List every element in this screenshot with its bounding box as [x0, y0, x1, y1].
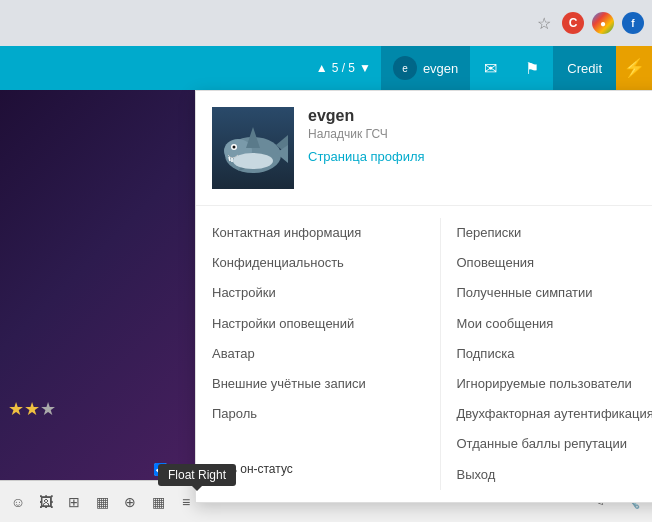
svg-point-6 — [233, 146, 236, 149]
user-profile-button[interactable]: e evgen — [381, 46, 470, 90]
navigation-bar: ▲ 5 / 5 ▼ e evgen ✉ ⚑ Credit ⚡ — [0, 46, 652, 90]
dropdown-role: Наладчик ГСЧ — [308, 127, 652, 141]
menu-item-ignored-users[interactable]: Игнорируемые пользователи — [457, 369, 653, 399]
lightning-icon: ⚡ — [623, 57, 645, 79]
image-icon[interactable]: 🖼 — [34, 490, 58, 514]
svg-text:e: e — [402, 63, 408, 74]
user-dropdown-menu: evgen Наладчик ГСЧ Страница профиля Конт… — [195, 90, 652, 503]
star-empty: ★ — [40, 399, 56, 419]
menu-item-notifications[interactable]: Оповещения — [457, 248, 653, 278]
dropdown-username: evgen — [308, 107, 652, 125]
mail-icon: ✉ — [484, 59, 497, 78]
credit-label: Credit — [567, 61, 602, 76]
menu-right-column: Переписки Оповещения Полученные симпатии… — [440, 218, 653, 490]
score-area: ▲ 5 / 5 ▼ — [306, 61, 381, 75]
menu-item-contacts[interactable]: Контактная информация — [212, 218, 424, 248]
emoji-icon[interactable]: ☺ — [6, 490, 30, 514]
score-down-icon: ▼ — [359, 61, 371, 75]
menu-item-settings[interactable]: Настройки — [212, 278, 424, 308]
avatar-icon: e — [394, 57, 416, 79]
menu-item-privacy[interactable]: Конфиденциальность — [212, 248, 424, 278]
menu-left-column: Контактная информация Конфиденциальность… — [196, 218, 440, 490]
menu-item-notifications-settings[interactable]: Настройки оповещений — [212, 309, 424, 339]
dropdown-body: Контактная информация Конфиденциальность… — [196, 206, 652, 502]
profile-page-link[interactable]: Страница профиля — [308, 149, 425, 164]
plus-box-icon[interactable]: ⊕ — [118, 490, 142, 514]
user-avatar-large — [212, 107, 294, 189]
score-value: 5 / 5 — [332, 61, 355, 75]
flag-icon: ⚑ — [525, 59, 539, 78]
score-up-icon: ▲ — [316, 61, 328, 75]
extension-blue[interactable]: f — [622, 12, 644, 34]
username-nav: evgen — [423, 61, 458, 76]
user-avatar-small: e — [393, 56, 417, 80]
svg-line-7 — [229, 157, 230, 161]
shark-avatar — [212, 107, 294, 189]
menu-item-subscription[interactable]: Подписка — [457, 339, 653, 369]
svg-point-13 — [233, 153, 273, 169]
menu-item-logout[interactable]: Выход — [457, 460, 653, 490]
dropdown-header: evgen Наладчик ГСЧ Страница профиля — [196, 91, 652, 206]
stars-rating: ★★★ — [0, 390, 64, 428]
table-icon[interactable]: ⊞ — [62, 490, 86, 514]
menu-item-correspondence[interactable]: Переписки — [457, 218, 653, 248]
grid-icon[interactable]: ▦ — [90, 490, 114, 514]
menu-item-my-messages[interactable]: Мои сообщения — [457, 309, 653, 339]
chart-icon[interactable]: ▦ — [146, 490, 170, 514]
menu-item-password[interactable]: Пароль — [212, 399, 424, 429]
float-right-tooltip: Float Right — [158, 464, 236, 486]
extension-colorful[interactable]: ● — [592, 12, 614, 34]
tooltip-text: Float Right — [168, 468, 226, 482]
user-info-section: evgen Наладчик ГСЧ Страница профиля — [308, 107, 652, 164]
menu-item-2fa[interactable]: Двухфакторная аутентификация — [457, 399, 653, 429]
credit-button[interactable]: Credit — [553, 46, 616, 90]
menu-item-external-accounts[interactable]: Внешние учётные записи — [212, 369, 424, 399]
bookmark-star-icon[interactable]: ☆ — [534, 13, 554, 33]
extension-red[interactable]: C — [562, 12, 584, 34]
star-filled: ★★ — [8, 399, 40, 419]
lightning-button[interactable]: ⚡ — [616, 46, 652, 90]
shark-image — [218, 113, 288, 183]
menu-item-reputation[interactable]: Отданные баллы репутации — [457, 429, 653, 459]
menu-item-likes[interactable]: Полученные симпатии — [457, 278, 653, 308]
mail-button[interactable]: ✉ — [470, 46, 511, 90]
chrome-toolbar: ☆ C ● f — [0, 0, 652, 46]
menu-item-avatar[interactable]: Аватар — [212, 339, 424, 369]
flag-button[interactable]: ⚑ — [511, 46, 553, 90]
